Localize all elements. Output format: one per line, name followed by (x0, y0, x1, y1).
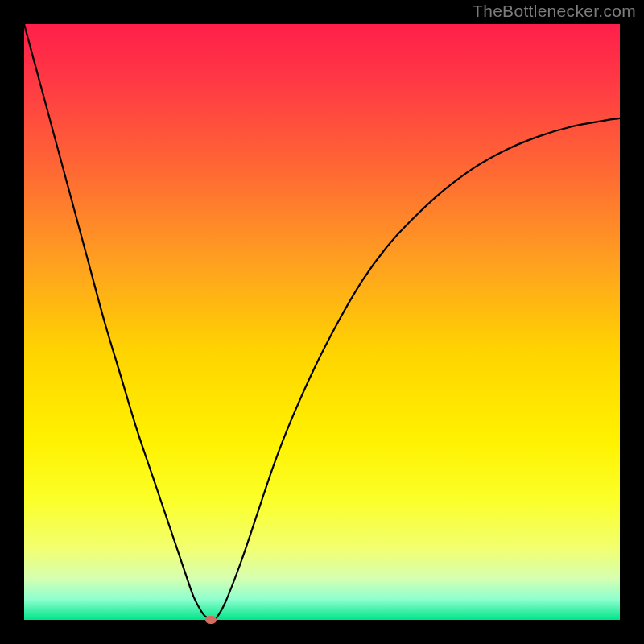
gradient-background (24, 24, 620, 620)
optimal-point-marker (205, 616, 217, 624)
watermark-text: TheBottlenecker.com (473, 2, 636, 21)
chart-svg (24, 24, 620, 620)
plot-area (24, 24, 620, 620)
chart-container: TheBottlenecker.com (0, 0, 644, 644)
